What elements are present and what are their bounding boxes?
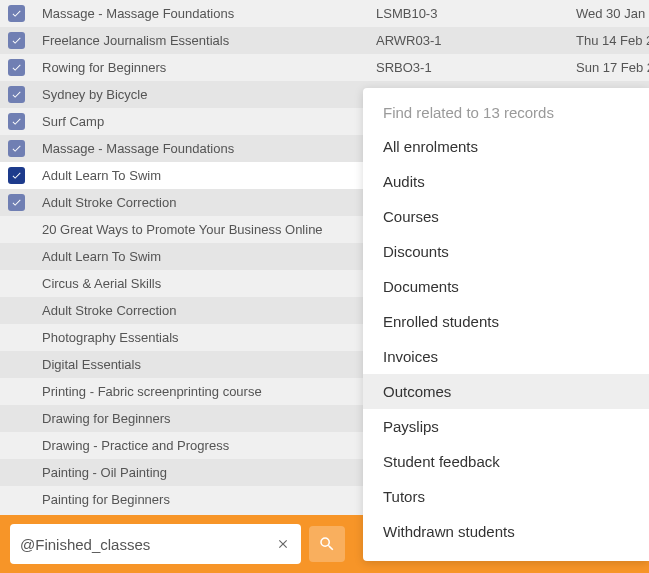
class-name: Digital Essentials [0,357,350,372]
checkbox-icon [8,59,25,76]
dropdown-item[interactable]: Tutors [363,479,649,514]
table-row[interactable]: Freelance Journalism EssentialsARWR03-1T… [0,27,649,54]
class-date: Thu 14 Feb 2 [576,33,649,48]
class-name: Circus & Aerial Skills [0,276,350,291]
dropdown-item[interactable]: Courses [363,199,649,234]
class-name: Drawing for Beginners [0,411,350,426]
class-name: Adult Learn To Swim [0,249,350,264]
checkbox-icon [8,167,25,184]
checkbox-cell[interactable] [0,86,26,103]
search-box[interactable] [10,524,301,564]
checkbox-icon [8,5,25,22]
class-name: Drawing - Practice and Progress [0,438,350,453]
class-name: Painting - Oil Painting [0,465,350,480]
class-name: Photography Essentials [0,330,350,345]
checkbox-icon [8,113,25,130]
dropdown-item[interactable]: All enrolments [363,129,649,164]
checkbox-icon [8,194,25,211]
class-name: Massage - Massage Foundations [26,6,376,21]
checkbox-cell[interactable] [0,5,26,22]
class-name: Printing - Fabric screenprinting course [0,384,350,399]
class-name: Adult Stroke Correction [0,303,350,318]
search-input[interactable] [20,536,275,553]
checkbox-icon [8,86,25,103]
checkbox-icon [8,32,25,49]
checkbox-cell[interactable] [0,32,26,49]
class-name: Painting for Beginners [0,492,350,507]
class-name: Freelance Journalism Essentials [26,33,376,48]
class-code: SRBO3-1 [376,60,576,75]
dropdown-item[interactable]: Outcomes [363,374,649,409]
class-date: Sun 17 Feb 20 [576,60,649,75]
class-name: Adult Learn To Swim [26,168,376,183]
class-name: Surf Camp [26,114,376,129]
checkbox-cell[interactable] [0,167,26,184]
dropdown-item[interactable]: Documents [363,269,649,304]
class-name: Massage - Massage Foundations [26,141,376,156]
class-name: Rowing for Beginners [26,60,376,75]
search-button[interactable] [309,526,345,562]
dropdown-item[interactable]: Enrolled students [363,304,649,339]
dropdown-item[interactable]: Withdrawn students [363,514,649,549]
dropdown-item[interactable]: Invoices [363,339,649,374]
dropdown-title: Find related to 13 records [363,100,649,129]
clear-search-button[interactable] [275,536,291,552]
class-code: LSMB10-3 [376,6,576,21]
class-date: Wed 30 Jan 2 [576,6,649,21]
class-name: 20 Great Ways to Promote Your Business O… [0,222,350,237]
checkbox-cell[interactable] [0,59,26,76]
checkbox-cell[interactable] [0,140,26,157]
dropdown-item[interactable]: Student feedback [363,444,649,479]
checkbox-cell[interactable] [0,113,26,130]
table-row[interactable]: Rowing for BeginnersSRBO3-1Sun 17 Feb 20 [0,54,649,81]
dropdown-item[interactable]: Discounts [363,234,649,269]
table-row[interactable]: Massage - Massage FoundationsLSMB10-3Wed… [0,0,649,27]
checkbox-cell[interactable] [0,194,26,211]
checkbox-icon [8,140,25,157]
class-name: Sydney by Bicycle [26,87,376,102]
dropdown-item[interactable]: Audits [363,164,649,199]
class-code: ARWR03-1 [376,33,576,48]
dropdown-item[interactable]: Payslips [363,409,649,444]
class-name: Adult Stroke Correction [26,195,376,210]
find-related-dropdown: Find related to 13 records All enrolment… [363,88,649,561]
